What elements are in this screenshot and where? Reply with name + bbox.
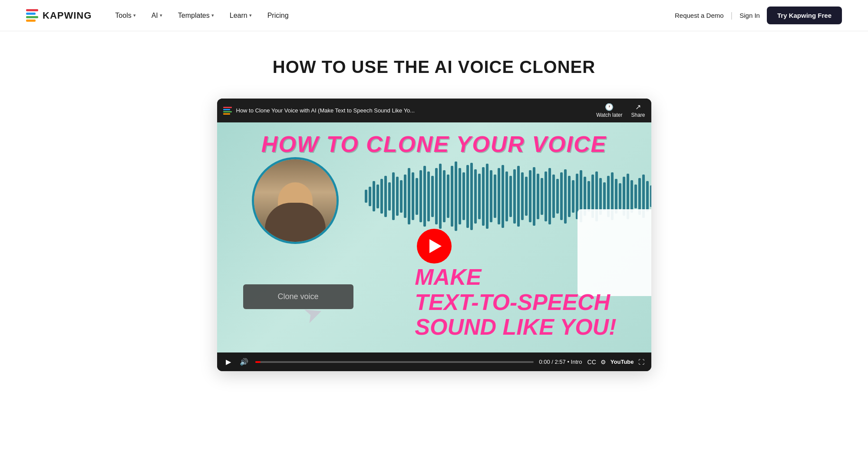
ctrl-right: CC ⚙ YouTube ⛶ — [587, 359, 644, 366]
try-free-button[interactable]: Try Kapwing Free — [767, 7, 842, 24]
progress-bar[interactable] — [255, 361, 534, 363]
video-overlay-title: HOW TO CLONE YOUR VOICE — [217, 131, 651, 157]
yt-wordmark: YouTube — [611, 359, 634, 365]
settings-button[interactable]: ⚙ — [601, 359, 606, 366]
clock-icon: 🕐 — [605, 103, 614, 111]
bottom-text-overlay: MAKE TEXT-TO-SPEECH SOUND LIKE YOU! — [415, 265, 616, 339]
make-text-line3: SOUND LIKE YOU! — [415, 315, 616, 339]
time-display: 0:00 / 2:57 • Intro — [539, 359, 582, 365]
profile-circle — [252, 157, 339, 244]
yt-video-title: How to Clone Your Voice with AI (Make Te… — [236, 107, 592, 114]
fullscreen-button[interactable]: ⛶ — [638, 359, 644, 366]
watch-later-button[interactable]: 🕐 Watch later — [596, 103, 622, 118]
yt-top-actions: 🕐 Watch later ↗ Share — [596, 103, 645, 118]
nav-divider: | — [731, 11, 733, 20]
main-content: HOW TO USE THE AI VOICE CLONER How to Cl… — [0, 31, 868, 406]
nav-ai[interactable]: AI ▾ — [145, 8, 168, 23]
nav-learn[interactable]: Learn ▾ — [224, 8, 258, 23]
clone-voice-display: Clone voice — [243, 284, 353, 309]
logo-link[interactable]: KAPWING — [26, 9, 92, 22]
chevron-down-icon: ▾ — [133, 13, 136, 18]
chevron-down-icon: ▾ — [249, 13, 252, 18]
share-button[interactable]: ↗ Share — [631, 103, 645, 118]
share-icon: ↗ — [635, 103, 641, 111]
play-icon — [429, 239, 442, 253]
cc-button[interactable]: CC — [587, 359, 596, 366]
yt-topbar: How to Clone Your Voice with AI (Make Te… — [217, 99, 651, 122]
nav-right: Request a Demo | Sign In Try Kapwing Fre… — [675, 7, 842, 24]
sign-in-link[interactable]: Sign In — [739, 12, 760, 19]
nav-links: Tools ▾ AI ▾ Templates ▾ Learn ▾ Pricing — [109, 8, 675, 23]
play-pause-button[interactable]: ▶ — [224, 356, 233, 368]
volume-button[interactable]: 🔊 — [238, 356, 250, 368]
logo-text: KAPWING — [43, 10, 92, 21]
request-demo-link[interactable]: Request a Demo — [675, 12, 724, 19]
nav-pricing[interactable]: Pricing — [261, 8, 295, 23]
logo-icon — [26, 9, 38, 22]
video-container: How to Clone Your Voice with AI (Make Te… — [217, 99, 651, 371]
progress-fill — [255, 361, 261, 363]
yt-logo-icon — [223, 107, 232, 115]
play-button[interactable] — [417, 229, 452, 263]
nav-templates[interactable]: Templates ▾ — [172, 8, 220, 23]
video-controls: ▶ 🔊 0:00 / 2:57 • Intro CC ⚙ YouTube ⛶ — [217, 352, 651, 371]
profile-image — [254, 159, 337, 242]
make-text-line2: TEXT-TO-SPEECH — [415, 290, 616, 315]
page-title: HOW TO USE THE AI VOICE CLONER — [273, 57, 595, 77]
chevron-down-icon: ▾ — [160, 13, 162, 18]
nav-tools[interactable]: Tools ▾ — [109, 8, 142, 23]
navbar: KAPWING Tools ▾ AI ▾ Templates ▾ Learn ▾… — [0, 0, 868, 31]
make-text-line1: MAKE — [415, 265, 616, 290]
chevron-down-icon: ▾ — [211, 13, 214, 18]
video-thumbnail: HOW TO CLONE YOUR VOICE Clone voice — [217, 122, 651, 352]
